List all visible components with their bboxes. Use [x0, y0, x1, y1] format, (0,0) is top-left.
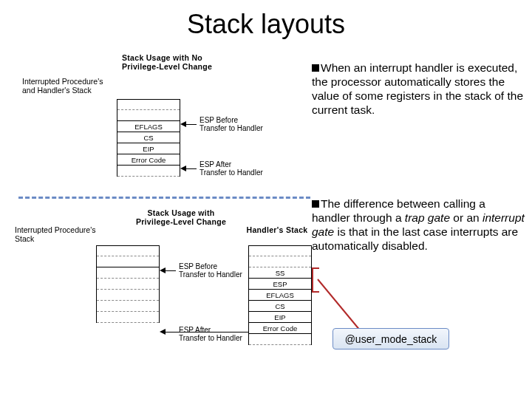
arrow-left-icon — [160, 329, 166, 335]
diagram2-left-stack-label: Interrupted Procedure's Stack — [15, 225, 111, 243]
diagram1-esp-before: ESP BeforeTransfer to Handler — [180, 116, 263, 132]
bullet-icon — [312, 64, 319, 72]
bracket-user-stack — [312, 267, 319, 293]
diagram1-stack-label: Interrupted Procedure's and Handler's St… — [22, 77, 115, 95]
diagram1-esp-after: ESP AfterTransfer to Handler — [180, 160, 263, 177]
slide: Stack layouts Stack Usage with No Privil… — [0, 0, 532, 399]
slide-title: Stack layouts — [0, 9, 532, 40]
diagram2-heading: Stack Usage with Privilege-Level Change — [129, 208, 233, 226]
diagram1-heading: Stack Usage with No Privilege-Level Chan… — [122, 53, 233, 71]
callout-user-mode-stack: @user_mode_stack — [332, 328, 449, 349]
paragraph-2: The difference between calling a handler… — [312, 197, 525, 253]
diagram2-esp-after: ESP AfterTransfer to Handler — [160, 329, 248, 335]
paragraph-1: When an interrupt handler is executed, t… — [312, 61, 525, 117]
diagram2-right-stack-label: Handler's Stack — [244, 225, 310, 234]
separator-line — [18, 197, 310, 199]
arrow-left-icon — [160, 267, 166, 273]
diagram2-left-stack — [96, 245, 160, 323]
diagram1-stack: EFLAGS CS EIP Error Code — [117, 99, 180, 177]
bullet-icon — [312, 200, 319, 208]
diagram-no-priv-change: Stack Usage with No Privilege-Level Chan… — [22, 53, 303, 190]
svg-line-0 — [318, 279, 361, 331]
diagram-priv-change: Stack Usage with Privilege-Level Change … — [15, 208, 312, 367]
arrow-left-icon — [180, 166, 186, 171]
diagram2-right-stack: SS ESP EFLAGS CS EIP Error Code — [248, 245, 312, 345]
arrow-left-icon — [180, 121, 186, 127]
diagram2-esp-before: ESP BeforeTransfer to Handler — [160, 262, 242, 279]
